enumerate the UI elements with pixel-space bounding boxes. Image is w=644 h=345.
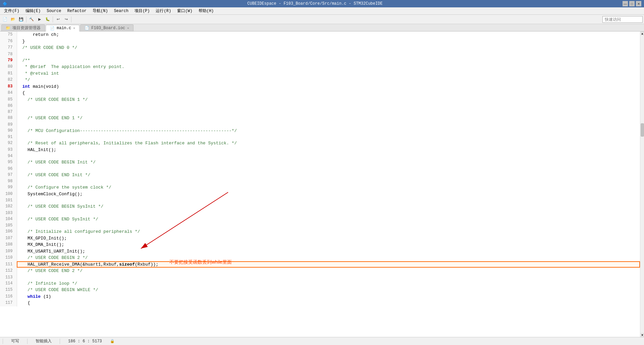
menu-item-4[interactable]: 导航(N) bbox=[90, 7, 111, 14]
tab-main-c-close[interactable]: ✕ bbox=[73, 26, 75, 30]
code-line[interactable]: * @retval int bbox=[17, 70, 640, 77]
code-line[interactable] bbox=[17, 197, 640, 203]
line-number: 104 bbox=[0, 216, 17, 223]
code-line[interactable]: HAL_Init(); bbox=[17, 147, 640, 153]
code-line[interactable]: MX_DMA_Init(); bbox=[17, 242, 640, 248]
code-line[interactable] bbox=[17, 153, 640, 159]
code-line[interactable] bbox=[17, 109, 640, 115]
code-content[interactable]: 75 return ch;76}77/* USER CODE END 0 */7… bbox=[0, 31, 640, 337]
scroll-down-btn[interactable]: ▼ bbox=[641, 333, 644, 337]
menu-item-9[interactable]: 帮助(H) bbox=[196, 7, 217, 14]
menu-item-0[interactable]: 文件(F) bbox=[1, 7, 22, 14]
menu-item-8[interactable]: 窗口(W) bbox=[174, 7, 195, 14]
code-line[interactable]: /* USER CODE END Init */ bbox=[17, 172, 640, 179]
table-row: 112 /* USER CODE END 2 */ bbox=[0, 268, 640, 274]
code-line[interactable]: /* USER CODE BEGIN 2 */ bbox=[17, 255, 640, 261]
tabs-bar: 📁 项目资源管理器 📄 main.c ✕ 📄 F103_Board.ioc ✕ bbox=[0, 24, 644, 31]
line-number: 103 bbox=[0, 210, 17, 216]
table-row: 100 SystemClock_Config(); bbox=[0, 191, 640, 198]
title-bar-title: CUBEIDEspace - F103_Board/Core/Src/main.… bbox=[7, 1, 623, 6]
code-line[interactable]: /* Initialize all configured peripherals… bbox=[17, 228, 640, 235]
title-bar-icon: 🔷 bbox=[3, 2, 7, 6]
table-row: 87 bbox=[0, 109, 640, 115]
code-line[interactable]: /* USER CODE BEGIN 1 */ bbox=[17, 96, 640, 103]
toolbar: 📄 📂 💾 🔨 ▶ 🐛 ↩ ↪ bbox=[0, 15, 644, 24]
code-line[interactable]: /* Reset of all peripherals, Initializes… bbox=[17, 140, 640, 147]
scroll-up-btn[interactable]: ▲ bbox=[641, 31, 644, 36]
code-line[interactable]: return ch; bbox=[17, 31, 640, 38]
menu-item-2[interactable]: Source bbox=[44, 8, 64, 14]
code-line[interactable]: /* USER CODE END 1 */ bbox=[17, 115, 640, 122]
status-sep-3 bbox=[60, 339, 60, 344]
line-number: 76 bbox=[0, 38, 17, 45]
line-number: 95 bbox=[0, 159, 17, 166]
code-line[interactable]: */ bbox=[17, 77, 640, 83]
tab-explorer[interactable]: 📁 项目资源管理器 bbox=[1, 24, 45, 31]
quick-access-input[interactable] bbox=[602, 16, 643, 23]
code-line[interactable]: /* USER CODE END 0 */ bbox=[17, 45, 640, 51]
line-number: 96 bbox=[0, 166, 17, 172]
menu-bar: 文件(F)编辑(E)SourceRefactor导航(N)Search项目(P)… bbox=[0, 7, 644, 15]
code-line[interactable]: SystemClock_Config(); bbox=[17, 191, 640, 198]
code-line[interactable]: { bbox=[17, 300, 640, 306]
code-line[interactable] bbox=[17, 103, 640, 109]
code-line[interactable] bbox=[17, 134, 640, 140]
minimize-button[interactable]: — bbox=[623, 1, 628, 6]
maximize-button[interactable]: □ bbox=[629, 1, 635, 6]
code-line[interactable]: /* USER CODE END SysInit */ bbox=[17, 216, 640, 223]
toolbar-btn-open[interactable]: 📂 bbox=[9, 16, 17, 23]
code-line[interactable]: } bbox=[17, 38, 640, 45]
code-line[interactable]: MX_USART1_UART_Init(); bbox=[17, 248, 640, 255]
code-line[interactable] bbox=[17, 178, 640, 184]
code-line[interactable]: MX_GPIO_Init(); bbox=[17, 235, 640, 242]
table-row: 76} bbox=[0, 38, 640, 45]
toolbar-sep-3 bbox=[71, 16, 71, 22]
code-line[interactable]: { bbox=[17, 90, 640, 96]
toolbar-btn-build[interactable]: 🔨 bbox=[28, 16, 35, 23]
code-line[interactable]: /* MCU Configuration--------------------… bbox=[17, 128, 640, 134]
toolbar-btn-undo[interactable]: ↩ bbox=[54, 16, 62, 23]
table-row: 78 bbox=[0, 51, 640, 57]
tab-ioc-close[interactable]: ✕ bbox=[127, 26, 129, 30]
code-line[interactable]: /* USER CODE BEGIN Init */ bbox=[17, 159, 640, 166]
tab-main-c[interactable]: 📄 main.c ✕ bbox=[46, 25, 79, 31]
table-row: 90 /* MCU Configuration-----------------… bbox=[0, 128, 640, 134]
code-line[interactable] bbox=[17, 222, 640, 228]
table-row: 115 /* USER CODE BEGIN WHILE */ bbox=[0, 287, 640, 293]
code-line[interactable]: /* USER CODE BEGIN WHILE */ bbox=[17, 287, 640, 293]
menu-item-1[interactable]: 编辑(E) bbox=[23, 7, 44, 14]
code-line[interactable]: /* USER CODE BEGIN SysInit */ bbox=[17, 203, 640, 210]
code-line[interactable]: HAL_UART_Receive_DMA(&huart1,Rxbuf,sizeo… bbox=[17, 261, 640, 268]
tab-ioc[interactable]: 📄 F103_Board.ioc ✕ bbox=[80, 24, 133, 31]
code-line[interactable] bbox=[17, 122, 640, 128]
code-line[interactable]: /** bbox=[17, 57, 640, 64]
code-line[interactable]: * @brief The application entry point. bbox=[17, 64, 640, 70]
scrollbar-thumb[interactable] bbox=[641, 123, 644, 137]
line-number: 102 bbox=[0, 203, 17, 210]
code-line[interactable] bbox=[17, 274, 640, 280]
code-line[interactable]: /* USER CODE END 2 */ bbox=[17, 268, 640, 274]
menu-item-7[interactable]: 运行(R) bbox=[153, 7, 174, 14]
toolbar-btn-debug[interactable]: 🐛 bbox=[44, 16, 51, 23]
line-number: 101 bbox=[0, 197, 17, 203]
code-line[interactable]: while (1) bbox=[17, 293, 640, 300]
menu-item-6[interactable]: 项目(P) bbox=[132, 7, 153, 14]
line-number: 109 bbox=[0, 248, 17, 255]
scrollbar-vertical[interactable]: ▲ ▼ bbox=[640, 31, 644, 337]
line-number: 98 bbox=[0, 178, 17, 184]
toolbar-btn-redo[interactable]: ↪ bbox=[62, 16, 70, 23]
toolbar-btn-new[interactable]: 📄 bbox=[1, 16, 9, 23]
code-line[interactable] bbox=[17, 51, 640, 57]
code-line[interactable]: int main(void) bbox=[17, 83, 640, 90]
close-button[interactable]: ✕ bbox=[636, 1, 641, 6]
menu-item-5[interactable]: Search bbox=[111, 8, 131, 14]
code-line[interactable]: /* Configure the system clock */ bbox=[17, 184, 640, 191]
toolbar-btn-save[interactable]: 💾 bbox=[17, 16, 25, 23]
code-line[interactable] bbox=[17, 210, 640, 216]
table-row: 110 /* USER CODE BEGIN 2 */ bbox=[0, 255, 640, 261]
code-line[interactable] bbox=[17, 166, 640, 172]
toolbar-btn-run[interactable]: ▶ bbox=[36, 16, 43, 23]
code-line[interactable]: /* Infinite loop */ bbox=[17, 280, 640, 287]
menu-item-3[interactable]: Refactor bbox=[64, 8, 89, 14]
line-number: 81 bbox=[0, 70, 17, 77]
